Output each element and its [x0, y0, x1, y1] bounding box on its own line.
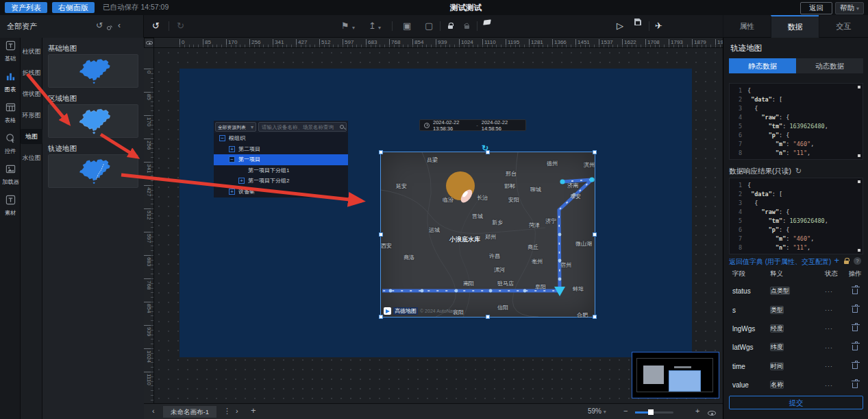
tree-node[interactable]: −第一项目 — [214, 154, 348, 165]
trajectory-map-component[interactable]: 吕梁延安德州滨州邢台邯郸聊城济南泰安临汾长治安阳晋城新乡菏泽济宁运城郑州商丘微山… — [381, 152, 595, 317]
zoom-slider-knob[interactable] — [648, 409, 654, 415]
category-柱状图[interactable]: 柱状图 — [21, 44, 42, 59]
sidebar-item-bar-chart[interactable]: 图表 — [0, 71, 21, 90]
right-panel-button[interactable]: 右侧面版 — [52, 2, 95, 13]
chevron-down-icon[interactable]: ▾ — [378, 21, 381, 35]
group-icon[interactable]: ▣ — [403, 19, 411, 33]
category-饼状图[interactable]: 饼状图 — [21, 86, 42, 101]
sidebar-item-control[interactable]: 控件 — [0, 133, 21, 152]
move-to-top-icon[interactable]: ↥ — [369, 19, 376, 33]
publish-icon[interactable]: ✈ — [655, 19, 662, 33]
resize-handle[interactable] — [379, 150, 383, 154]
help-button[interactable]: 帮助 ▾ — [835, 2, 864, 14]
map-city-label: 晋城 — [472, 213, 483, 220]
resize-handle[interactable] — [379, 232, 383, 237]
back-button[interactable]: 返回 — [800, 2, 832, 14]
resize-handle[interactable] — [593, 150, 597, 154]
marker-flag-icon[interactable]: ⚑ — [341, 19, 349, 33]
tree-node[interactable]: +第一项目下分组2 — [214, 176, 348, 187]
canvas-menu-icon[interactable]: ⋮ — [223, 407, 231, 416]
delete-field-icon[interactable] — [852, 326, 858, 331]
ruler-corner[interactable] — [144, 38, 154, 48]
resize-handle[interactable] — [486, 315, 490, 319]
category-水位图[interactable]: 水位图 — [21, 150, 42, 165]
prev-canvas-icon[interactable]: ‹ — [152, 407, 155, 415]
expand-icon[interactable]: + — [229, 146, 235, 152]
resize-handle[interactable] — [486, 150, 490, 154]
resize-handle[interactable] — [379, 315, 383, 319]
meaning-input[interactable]: 时间 — [770, 362, 784, 370]
tab-interaction[interactable]: 交互 — [819, 15, 868, 38]
tab-dynamic-data[interactable]: 动态数据 — [796, 58, 863, 73]
static-data-editor[interactable]: 1{2 "data": [3 {4 "raw": {5 "tm": 163962… — [729, 83, 863, 160]
meaning-input[interactable]: 名称 — [770, 381, 784, 389]
zoom-slider[interactable] — [635, 411, 673, 414]
collapse-icon[interactable]: − — [219, 135, 225, 141]
lock-fields-icon[interactable] — [844, 261, 849, 264]
refresh-response-icon[interactable]: ↻ — [795, 167, 802, 175]
sidebar-item-table[interactable]: 表格 — [0, 102, 21, 121]
meaning-input[interactable]: 纬度 — [770, 343, 784, 351]
minimap[interactable] — [632, 352, 719, 398]
refresh-assets-icon[interactable]: ↺ — [96, 21, 103, 30]
sidebar-item-loader[interactable]: 加载器 — [0, 164, 21, 182]
resource-type-dropdown[interactable]: 全部资源列表▾ — [215, 122, 256, 132]
delete-field-icon[interactable] — [852, 289, 858, 294]
meaning-input[interactable]: 点类型 — [770, 287, 790, 295]
duplicate-icon[interactable]: ▢ — [425, 19, 433, 33]
asset-thumb-trajectory[interactable] — [48, 154, 138, 188]
resize-handle[interactable] — [593, 315, 597, 319]
save-icon[interactable] — [634, 15, 641, 29]
undo-icon[interactable]: ↺ — [152, 19, 160, 33]
lock-icon[interactable] — [448, 19, 453, 33]
delete-field-icon[interactable] — [852, 345, 858, 350]
sidebar-item-text-box[interactable]: 基础 — [0, 40, 21, 59]
eraser-icon[interactable] — [484, 15, 491, 29]
collapse-panel-icon[interactable]: ‹ — [118, 21, 121, 30]
search-icon[interactable] — [340, 125, 344, 129]
unlock-icon[interactable] — [464, 19, 469, 33]
tree-node[interactable]: +设备集 — [214, 187, 348, 197]
asset-list-button[interactable]: 资产列表 — [5, 2, 47, 13]
clock-icon — [424, 123, 430, 128]
chevron-down-icon[interactable]: ▾ — [352, 21, 355, 35]
time-range-picker[interactable]: 2024-02-22 13:58:36 - 2024-02-22 14:58:5… — [419, 119, 526, 131]
zoom-level[interactable]: 59% ▾ — [588, 407, 606, 415]
delete-field-icon[interactable] — [852, 383, 858, 388]
zoom-out-icon[interactable]: − — [623, 407, 628, 415]
visibility-icon[interactable] — [708, 409, 716, 417]
category-地图[interactable]: 地图 — [21, 129, 42, 144]
tab-static-data[interactable]: 静态数据 — [729, 58, 796, 73]
canvas-tab[interactable]: 未命名画布-1 — [163, 406, 216, 418]
meaning-input[interactable]: 类型 — [770, 306, 784, 314]
canvas-workspace[interactable]: 全部资源列表▾ −根组织+第二项目−第一项目−第一项目下分组1+第一项目下分组2… — [154, 48, 723, 403]
tree-node[interactable]: −第一项目下分组1 — [214, 165, 348, 176]
sidebar-item-material[interactable]: 素材 — [0, 195, 21, 213]
redo-icon[interactable]: ↻ — [177, 19, 184, 33]
code-line: 1{ — [731, 86, 861, 95]
expand-icon[interactable]: + — [238, 178, 245, 184]
tab-properties[interactable]: 属性 — [723, 15, 771, 38]
category-折线图[interactable]: 折线图 — [21, 65, 42, 80]
tree-node[interactable]: −根组织 — [214, 133, 348, 144]
expand-icon[interactable]: + — [229, 189, 235, 195]
resize-handle[interactable] — [593, 232, 597, 237]
asset-thumb-basic[interactable] — [48, 54, 138, 88]
preview-play-icon[interactable]: ▷ — [617, 19, 623, 33]
next-canvas-icon[interactable]: › — [236, 407, 238, 415]
tree-node[interactable]: +第二项目 — [214, 144, 348, 155]
submit-button[interactable]: 提交 — [729, 396, 863, 409]
add-field-icon[interactable]: + — [834, 256, 839, 265]
meaning-input[interactable]: 经度 — [770, 324, 784, 333]
delete-field-icon[interactable] — [852, 363, 858, 369]
delete-field-icon[interactable] — [852, 307, 858, 313]
search-assets-icon[interactable] — [107, 23, 111, 32]
tab-data[interactable]: 数据 — [771, 15, 819, 38]
add-canvas-icon[interactable]: + — [251, 405, 256, 416]
category-环形图[interactable]: 环形图 — [21, 108, 42, 123]
collapse-icon[interactable]: − — [229, 156, 235, 163]
zoom-in-icon[interactable]: + — [695, 407, 699, 415]
help-icon[interactable]: ? — [854, 257, 861, 265]
asset-thumb-region[interactable] — [48, 104, 138, 138]
device-search-input[interactable] — [258, 122, 347, 132]
